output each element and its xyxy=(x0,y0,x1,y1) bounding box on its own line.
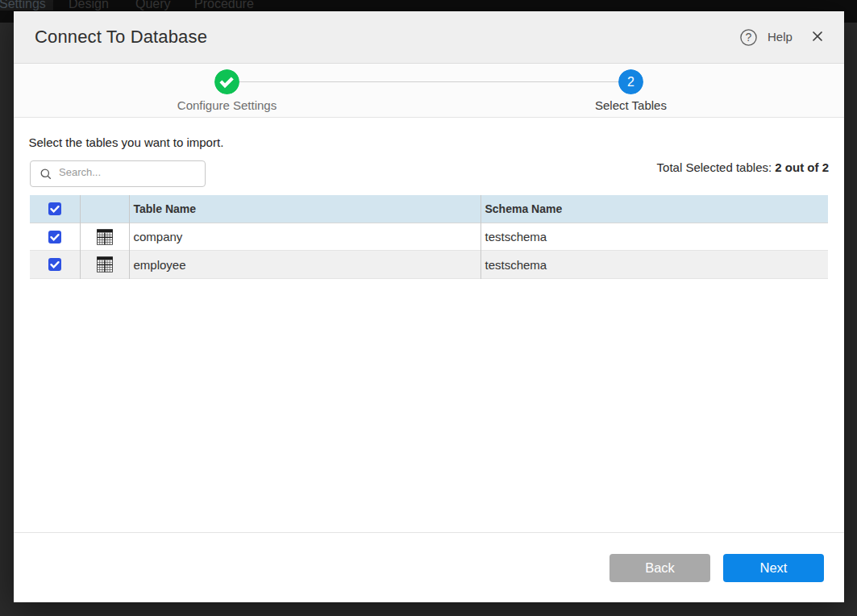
svg-text:?: ? xyxy=(746,31,752,44)
svg-text:2: 2 xyxy=(627,75,634,89)
